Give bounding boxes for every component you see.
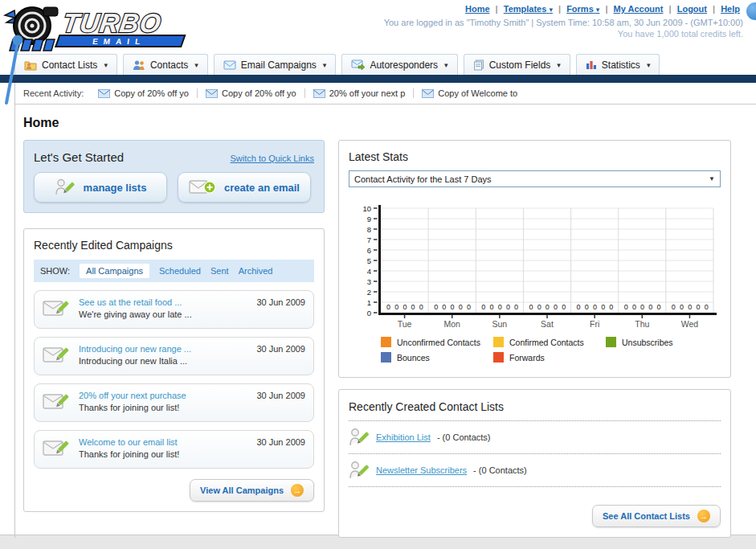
value-label: 0 — [419, 303, 423, 311]
contact-lists-icon — [24, 59, 37, 71]
nav-tab-label: Email Campaigns — [241, 59, 317, 71]
turbo-email-logo: TURBO EMAIL — [3, 2, 193, 55]
contact-activity-chart: 01234567891000000Tue00000Mon00000Sun0000… — [349, 200, 720, 334]
value-label: 0 — [498, 303, 502, 311]
campaigns-filter-bar: SHOW: All Campaigns Scheduled Sent Archi… — [34, 260, 314, 282]
contact-list-item[interactable]: Exhibition List - (0 Contacts) — [349, 421, 721, 454]
custom-fields-icon — [473, 59, 484, 71]
campaign-card[interactable]: Welcome to our email list Thanks for joi… — [34, 430, 314, 469]
value-label: 0 — [585, 303, 589, 311]
value-label: 0 — [672, 303, 676, 311]
y-tick — [374, 207, 378, 209]
nav-tab-contact-lists[interactable]: Contact Lists ▾ — [14, 54, 117, 75]
campaign-card[interactable]: Introducing our new range ... Introducin… — [34, 337, 314, 375]
see-all-contact-lists-button[interactable]: See All Contact Lists → — [592, 505, 721, 527]
campaign-card[interactable]: See us at the retail food ... We're givi… — [34, 290, 314, 329]
chevron-down-icon: ▼ — [709, 175, 715, 182]
contact-list-item[interactable]: Newsletter Subscribers - (0 Contacts) — [349, 454, 721, 487]
x-tick-label: Tue — [398, 319, 412, 329]
campaign-date: 30 Jun 2009 — [256, 344, 305, 354]
nav-tab-label: Custom Fields — [489, 59, 551, 71]
link-home[interactable]: Home — [465, 4, 490, 14]
contact-list-count: - (0 Contacts) — [473, 465, 527, 475]
nav-tab-contacts[interactable]: Contacts ▾ — [123, 54, 208, 75]
value-label: 0 — [696, 303, 700, 311]
value-label: 0 — [514, 303, 518, 311]
contact-list-name-link[interactable]: Exhibition List — [376, 432, 431, 442]
y-tick — [374, 312, 378, 313]
y-tick-label: 5 — [367, 256, 371, 265]
y-tick-label: 0 — [367, 309, 371, 318]
nav-tab-custom-fields[interactable]: Custom Fields ▾ — [464, 54, 570, 75]
credits-status-text: You have 1,000 total credits left. — [384, 29, 743, 39]
envelope-edit-icon — [43, 344, 72, 367]
nav-tab-autoresponders[interactable]: Autoresponders ▾ — [341, 54, 457, 75]
campaign-title-link[interactable]: 20% off your next purchase — [79, 391, 249, 400]
stats-report-dropdown[interactable]: Contact Activity for the Last 7 Days ▼ — [349, 170, 721, 187]
filter-archived[interactable]: Archived — [239, 266, 273, 276]
value-label: 0 — [411, 303, 415, 311]
contact-list-name-link[interactable]: Newsletter Subscribers — [376, 465, 467, 475]
value-label: 0 — [648, 303, 652, 311]
link-logout[interactable]: Logout — [677, 4, 707, 14]
nav-tab-statistics[interactable]: Statistics ▾ — [576, 54, 660, 75]
link-templates[interactable]: Templates ▾ — [504, 4, 553, 14]
autoresponders-icon — [351, 59, 365, 70]
view-all-campaigns-button[interactable]: View All Campaigns → — [190, 479, 314, 502]
value-label: 0 — [537, 303, 541, 311]
chevron-down-icon: ▾ — [549, 6, 553, 14]
filter-all-campaigns[interactable]: All Campaigns — [80, 264, 149, 278]
value-label: 0 — [386, 303, 390, 311]
legend-swatch-icon — [606, 337, 616, 347]
value-label: 0 — [529, 303, 533, 311]
header-links-area: Home | Templates ▾ | Forms ▾ | My Accoun… — [384, 4, 743, 39]
value-label: 0 — [554, 303, 558, 311]
value-label: 0 — [577, 303, 581, 311]
legend-label: Confirmed Contacts — [509, 338, 584, 347]
recent-activity-item[interactable]: Copy of Welcome to — [420, 88, 525, 98]
y-tick — [374, 301, 378, 303]
link-help[interactable]: Help — [721, 4, 740, 14]
legend-item: Bounces — [381, 352, 493, 363]
campaign-title-link[interactable]: See us at the retail food ... — [79, 297, 249, 307]
main-content: Home Let's Get Started Switch to Quick L… — [15, 104, 756, 538]
recent-activity-item[interactable]: Copy of 20% off yo — [96, 88, 198, 98]
value-label: 0 — [601, 303, 605, 311]
chevron-down-icon: ▾ — [194, 61, 198, 69]
campaign-card[interactable]: 20% off your next purchase Thanks for jo… — [34, 383, 314, 422]
y-tick-label: 9 — [367, 215, 371, 223]
envelope-edit-icon — [43, 437, 72, 460]
link-forms[interactable]: Forms ▾ — [566, 4, 599, 14]
y-tick-label: 8 — [367, 225, 371, 234]
legend-label: Unsubscribes — [622, 338, 673, 347]
value-label: 0 — [442, 303, 446, 311]
legend-item: Confirmed Contacts — [493, 337, 606, 347]
switch-quick-links[interactable]: Switch to Quick Links — [230, 154, 314, 163]
campaign-date: 30 Jun 2009 — [256, 297, 305, 307]
legend-swatch-icon — [493, 352, 504, 363]
contacts-icon — [133, 59, 145, 71]
value-label: 0 — [705, 303, 709, 311]
filter-sent[interactable]: Sent — [210, 266, 229, 276]
envelope-icon — [313, 89, 325, 98]
latest-stats-title: Latest Stats — [349, 150, 721, 163]
recent-activity-item[interactable]: Copy of 20% off yo — [204, 88, 305, 98]
create-email-button[interactable]: create an email — [178, 172, 311, 203]
campaign-date: 30 Jun 2009 — [256, 391, 305, 400]
y-axis — [378, 205, 381, 315]
page-title: Home — [23, 116, 756, 130]
filter-scheduled[interactable]: Scheduled — [159, 266, 201, 276]
chevron-down-icon: ▾ — [323, 61, 327, 69]
help-bubble-icon[interactable] — [746, 2, 756, 20]
nav-tab-email-campaigns[interactable]: Email Campaigns ▾ — [214, 54, 337, 75]
campaign-title-link[interactable]: Welcome to our email list — [79, 437, 249, 447]
navy-divider-bar — [0, 75, 756, 83]
link-my-account[interactable]: My Account — [614, 4, 664, 14]
campaign-title-link[interactable]: Introducing our new range ... — [79, 344, 249, 354]
recent-activity-item[interactable]: 20% off your next p — [312, 88, 415, 98]
manage-lists-button[interactable]: manage lists — [34, 172, 167, 203]
person-pencil-icon — [349, 460, 370, 481]
header-nav-links: Home | Templates ▾ | Forms ▾ | My Accoun… — [384, 4, 743, 14]
contact-lists-panel: Recently Created Contact Lists Exhibitio… — [338, 389, 731, 538]
stats-dropdown-value: Contact Activity for the Last 7 Days — [354, 174, 492, 184]
